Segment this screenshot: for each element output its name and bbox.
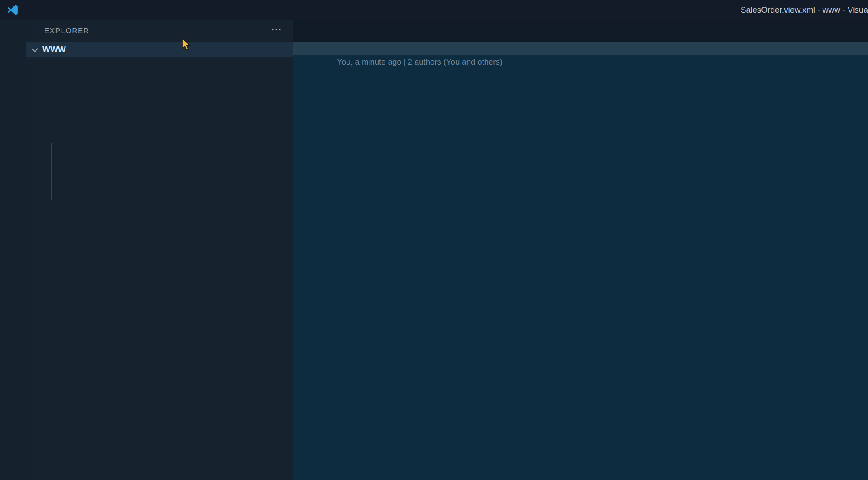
- explorer-sidebar: EXPLORER ⋯ WWW: [26, 20, 293, 480]
- window-title: SalesOrder.view.xml - www - Visua: [608, 0, 868, 20]
- breadcrumb: [293, 42, 868, 55]
- editor-group: You, a minute ago | 2 authors (You and o…: [293, 20, 868, 480]
- explorer-root-row[interactable]: WWW: [26, 42, 293, 57]
- code-editor[interactable]: You, a minute ago | 2 authors (You and o…: [293, 55, 868, 480]
- tab-bar: [293, 20, 868, 42]
- vscode-window: { "window": { "title": "SalesOrder.view.…: [0, 0, 868, 480]
- chevron-down-icon: [32, 45, 39, 52]
- more-actions-icon[interactable]: ⋯: [271, 23, 282, 36]
- explorer-title: EXPLORER: [44, 27, 90, 36]
- mouse-cursor: [181, 38, 192, 51]
- codelens-blame[interactable]: You, a minute ago | 2 authors (You and o…: [293, 55, 868, 68]
- vscode-logo-icon: [6, 3, 19, 16]
- explorer-header: EXPLORER ⋯: [26, 20, 293, 42]
- tree-indent-guide: [51, 143, 52, 200]
- activity-bar: [0, 20, 26, 480]
- root-folder-label: WWW: [42, 45, 66, 54]
- title-bar: SalesOrder.view.xml - www - Visua: [0, 0, 868, 20]
